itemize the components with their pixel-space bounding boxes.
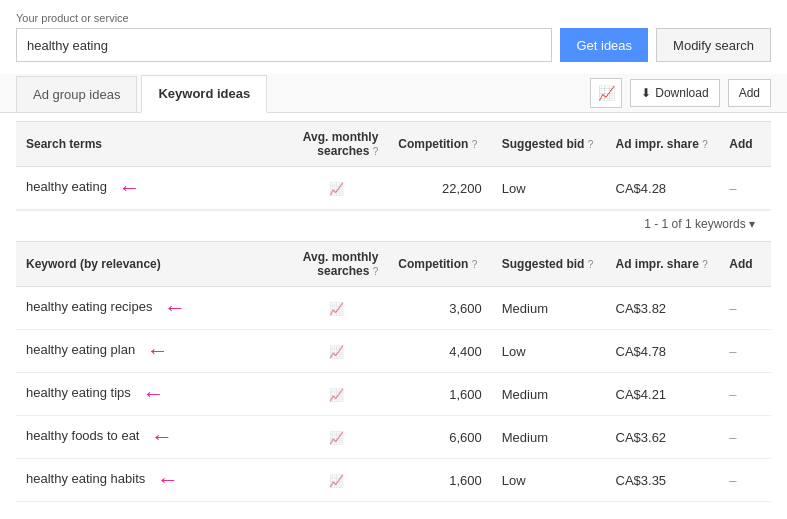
toolbar-icons: 📈 ⬇ Download Add [590, 78, 771, 108]
top-section: Your product or service Get ideas Modify… [0, 0, 787, 74]
trend-chart-icon: 📈 [329, 431, 344, 445]
pink-arrow-icon: ← [157, 469, 179, 491]
trend-chart-icon: 📈 [329, 388, 344, 402]
trend-icon-cell: 📈 [285, 416, 388, 459]
trend-chart-icon: 📈 [329, 474, 344, 488]
tab-ad-group-ideas[interactable]: Ad group ideas [16, 76, 137, 112]
keyword-ideas-section: Keyword (by relevance) Avg. monthly sear… [0, 241, 787, 502]
ad-impr-cell: – [719, 416, 771, 459]
search-terms-header-row: Search terms Avg. monthly searches ? Com… [16, 122, 771, 167]
suggested-bid-cell: CA$3.35 [606, 459, 720, 502]
add-button[interactable]: Add [728, 79, 771, 107]
avg-monthly-help[interactable]: ? [373, 146, 379, 157]
ki-competition-help[interactable]: ? [472, 259, 478, 270]
modify-search-button[interactable]: Modify search [656, 28, 771, 62]
chart-icon-button[interactable]: 📈 [590, 78, 622, 108]
download-icon: ⬇ [641, 86, 651, 100]
col-ki-avg-monthly: Avg. monthly searches ? [285, 242, 388, 287]
suggested-bid-help[interactable]: ? [588, 139, 594, 150]
product-label: Your product or service [16, 12, 771, 24]
table-row: healthy eating recipes ← 📈 3,600 Medium … [16, 287, 771, 330]
keyword-text: healthy eating habits [26, 471, 145, 486]
trend-icon-cell: 📈 [285, 330, 388, 373]
chart-icon: 📈 [598, 85, 615, 101]
trend-icon-cell: 📈 [285, 373, 388, 416]
keyword-cell: healthy foods to eat ← [16, 416, 285, 459]
suggested-bid-cell: CA$4.28 [606, 167, 720, 210]
keyword-text: healthy eating recipes [26, 299, 152, 314]
competition-cell: Medium [492, 287, 606, 330]
col-ki-add: Add [719, 242, 771, 287]
suggested-bid-cell: CA$4.21 [606, 373, 720, 416]
competition-help[interactable]: ? [472, 139, 478, 150]
col-keyword-relevance: Keyword (by relevance) [16, 242, 285, 287]
competition-cell: Low [492, 330, 606, 373]
keyword-text: healthy foods to eat [26, 428, 139, 443]
col-ki-suggested-bid: Suggested bid ? [492, 242, 606, 287]
trend-icon-cell: 📈 [285, 167, 388, 210]
ki-avg-monthly-help[interactable]: ? [373, 266, 379, 277]
col-ad-impr-share: Ad impr. share ? [606, 122, 720, 167]
competition-cell: Low [492, 167, 606, 210]
competition-cell: Medium [492, 373, 606, 416]
ad-impr-cell: – [719, 167, 771, 210]
tabs-bar: Ad group ideas Keyword ideas 📈 ⬇ Downloa… [0, 74, 787, 113]
trend-chart-icon: 📈 [329, 182, 344, 196]
suggested-bid-cell: CA$3.62 [606, 416, 720, 459]
keyword-text: healthy eating plan [26, 342, 135, 357]
keyword-text: healthy eating tips [26, 385, 131, 400]
col-avg-monthly: Avg. monthly searches ? [285, 122, 388, 167]
suggested-bid-cell: CA$4.78 [606, 330, 720, 373]
ad-impr-help[interactable]: ? [702, 139, 708, 150]
pink-arrow-icon: ← [151, 426, 173, 448]
pink-arrow-icon: ← [164, 297, 186, 319]
avg-monthly-cell: 22,200 [388, 167, 491, 210]
competition-cell: Medium [492, 416, 606, 459]
col-competition: Competition ? [388, 122, 491, 167]
col-suggested-bid: Suggested bid ? [492, 122, 606, 167]
search-input[interactable] [16, 28, 552, 62]
trend-icon-cell: 📈 [285, 459, 388, 502]
ki-ad-impr-help[interactable]: ? [702, 259, 708, 270]
pink-arrow-icon: ← [119, 177, 141, 199]
search-terms-table: Search terms Avg. monthly searches ? Com… [16, 121, 771, 210]
keyword-ideas-table: Keyword (by relevance) Avg. monthly sear… [16, 241, 771, 502]
avg-monthly-cell: 4,400 [388, 330, 491, 373]
col-add: Add [719, 122, 771, 167]
keyword-ideas-header-row: Keyword (by relevance) Avg. monthly sear… [16, 242, 771, 287]
search-terms-pagination: 1 - 1 of 1 keywords ▾ [16, 210, 771, 237]
table-row: healthy eating habits ← 📈 1,600 Low CA$3… [16, 459, 771, 502]
pink-arrow-icon: ← [142, 383, 164, 405]
ki-suggested-bid-help[interactable]: ? [588, 259, 594, 270]
pink-arrow-icon: ← [147, 340, 169, 362]
suggested-bid-cell: CA$3.82 [606, 287, 720, 330]
trend-icon-cell: 📈 [285, 287, 388, 330]
search-terms-body: healthy eating ← 📈 22,200 Low CA$4.28 – [16, 167, 771, 210]
keyword-text: healthy eating [26, 179, 107, 194]
table-row: healthy foods to eat ← 📈 6,600 Medium CA… [16, 416, 771, 459]
tab-keyword-ideas[interactable]: Keyword ideas [141, 75, 267, 113]
download-button[interactable]: ⬇ Download [630, 79, 719, 107]
ad-impr-cell: – [719, 330, 771, 373]
avg-monthly-cell: 1,600 [388, 459, 491, 502]
avg-monthly-cell: 6,600 [388, 416, 491, 459]
search-row: Get ideas Modify search [16, 28, 771, 62]
keyword-cell: healthy eating plan ← [16, 330, 285, 373]
trend-chart-icon: 📈 [329, 302, 344, 316]
keyword-cell: healthy eating ← [16, 167, 285, 210]
keyword-cell: healthy eating tips ← [16, 373, 285, 416]
competition-cell: Low [492, 459, 606, 502]
col-ki-competition: Competition ? [388, 242, 491, 287]
table-row: healthy eating ← 📈 22,200 Low CA$4.28 – [16, 167, 771, 210]
avg-monthly-cell: 3,600 [388, 287, 491, 330]
get-ideas-button[interactable]: Get ideas [560, 28, 648, 62]
keyword-cell: healthy eating habits ← [16, 459, 285, 502]
pagination-arrow-icon[interactable]: ▾ [749, 217, 755, 231]
ad-impr-cell: – [719, 373, 771, 416]
table-row: healthy eating tips ← 📈 1,600 Medium CA$… [16, 373, 771, 416]
ad-impr-cell: – [719, 287, 771, 330]
avg-monthly-cell: 1,600 [388, 373, 491, 416]
col-ki-ad-impr-share: Ad impr. share ? [606, 242, 720, 287]
keyword-ideas-body: healthy eating recipes ← 📈 3,600 Medium … [16, 287, 771, 502]
table-row: healthy eating plan ← 📈 4,400 Low CA$4.7… [16, 330, 771, 373]
